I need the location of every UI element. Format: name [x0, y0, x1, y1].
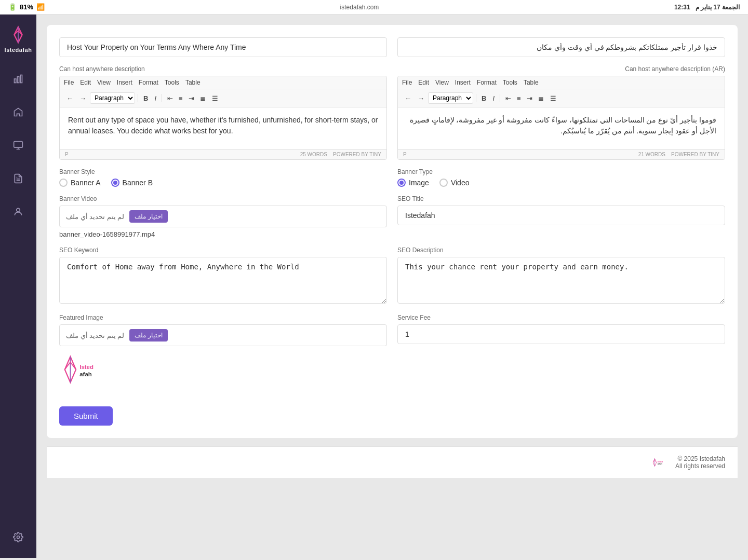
align-left-button[interactable]: ⇤	[165, 93, 176, 104]
menu-tools[interactable]: Tools	[165, 79, 179, 86]
banner-a-option[interactable]: Banner A	[59, 179, 101, 187]
ar-align-right-button[interactable]: ⇥	[524, 93, 535, 104]
seo-title-label: SEO Title	[397, 195, 725, 202]
banner-row: Banner Style Banner A Banner B Banner Ty	[59, 168, 725, 187]
editor-en-footer: P 25 WORDS POWERED BY TINY	[60, 149, 386, 159]
description-ar-container: Can host anywhere description (AR) File …	[397, 65, 725, 160]
italic-button[interactable]: I	[152, 93, 159, 104]
editor-en-menu-bar: File Edit View Insert Format Tools Table	[60, 76, 386, 89]
description-editors-row: Can host anywhere description File Edit …	[59, 65, 725, 160]
align-justify-button[interactable]: ≣	[197, 93, 208, 104]
sidebar-item-home[interactable]	[8, 102, 29, 122]
ar-list-button[interactable]: ☰	[547, 93, 559, 104]
status-date: الجمعة 17 يناير م	[696, 4, 740, 11]
home-bar-container	[0, 558, 748, 560]
ar-menu-insert[interactable]: Insert	[455, 79, 471, 86]
sidebar-item-analytics[interactable]	[8, 69, 29, 89]
sidebar-item-display[interactable]	[8, 135, 29, 156]
ar-align-group: ⇤ ≡ ⇥ ≣	[503, 93, 546, 104]
editor-en-paragraph-tag: P	[65, 152, 69, 157]
menu-edit[interactable]: Edit	[80, 79, 91, 86]
banner-video-option[interactable]: Video	[439, 179, 470, 187]
status-time: 12:31	[674, 4, 690, 11]
menu-insert[interactable]: Insert	[117, 79, 132, 86]
editor-ar-toolbar: ← → Paragraph B I ⇤	[398, 89, 725, 107]
hero-title-en-input[interactable]	[59, 37, 387, 57]
paragraph-select[interactable]: Paragraph	[90, 92, 135, 104]
editor-ar-menu-bar: File Edit View Insert Format Tools Table	[398, 76, 725, 89]
hero-title-ar-input[interactable]	[397, 37, 725, 57]
battery-level: 81%	[20, 3, 33, 11]
menu-format[interactable]: Format	[139, 79, 158, 86]
sidebar: Istedafah	[0, 15, 36, 558]
ar-menu-format[interactable]: Format	[477, 79, 497, 86]
banner-type-container: Banner Type Image Video	[397, 168, 725, 187]
menu-view[interactable]: View	[97, 79, 111, 86]
ar-italic-button[interactable]: I	[490, 93, 497, 104]
footer-rights: All rights reserved	[675, 462, 725, 470]
sidebar-item-users[interactable]	[8, 201, 29, 222]
banner-image-option[interactable]: Image	[397, 179, 429, 187]
ar-undo-button[interactable]: ←	[402, 93, 414, 104]
seo-description-textarea[interactable]: This your chance rent your property and …	[397, 257, 725, 304]
bold-button[interactable]: B	[141, 93, 151, 104]
sidebar-item-documents[interactable]	[8, 168, 29, 189]
seo-description-container: SEO Description This your chance rent yo…	[397, 247, 725, 306]
undo-button[interactable]: ←	[64, 93, 76, 104]
list-button[interactable]: ☰	[209, 93, 221, 104]
ar-align-justify-button[interactable]: ≣	[536, 93, 546, 104]
svg-rect-4	[20, 75, 22, 83]
seo-keyword-textarea[interactable]: Comfort of Home away from Home, Anywhere…	[59, 257, 387, 304]
submit-button[interactable]: Submit	[59, 406, 113, 426]
banner-type-radio-group: Image Video	[397, 179, 725, 187]
ar-menu-tools[interactable]: Tools	[503, 79, 517, 86]
banner-video-radio[interactable]	[439, 179, 448, 187]
seo-title-input[interactable]	[397, 206, 725, 225]
menu-table[interactable]: Table	[185, 79, 201, 86]
ar-menu-edit[interactable]: Edit	[418, 79, 429, 86]
featured-image-label: Featured Image	[59, 314, 387, 321]
editor-ar-footer: P 21 WORDS POWERED BY TINY	[398, 149, 725, 159]
banner-video-no-file: لم يتم تحديد أي ملف	[66, 213, 124, 221]
ar-toolbar-separator-1	[476, 94, 476, 102]
featured-image-file-input: لم يتم تحديد أي ملف اختيار ملف	[59, 324, 387, 346]
ar-menu-table[interactable]: Table	[524, 79, 539, 86]
sidebar-logo-text: Istedafah	[5, 47, 32, 53]
menu-file[interactable]: File	[64, 79, 74, 86]
featured-image-choose-button[interactable]: اختيار ملف	[129, 329, 167, 342]
banner-video-seo-row: Banner Video لم يتم تحديد أي ملف اختيار …	[59, 195, 725, 238]
banner-video-label: Banner Video	[59, 195, 387, 202]
banner-b-radio[interactable]	[111, 179, 119, 187]
align-right-button[interactable]: ⇥	[186, 93, 197, 104]
align-center-button[interactable]: ≡	[176, 93, 185, 104]
banner-video-choose-button[interactable]: اختيار ملف	[129, 210, 167, 223]
banner-image-radio[interactable]	[397, 179, 406, 187]
ar-align-left-button[interactable]: ⇤	[503, 93, 514, 104]
status-bar-datetime: 12:31 الجمعة 17 يناير م	[674, 4, 740, 11]
service-fee-label: Service Fee	[397, 314, 725, 321]
ar-menu-view[interactable]: View	[435, 79, 449, 86]
main-content: Can host anywhere description File Edit …	[36, 15, 748, 558]
footer-inner: Isted afah © 2025 Istedafah All rights r…	[59, 455, 725, 470]
banner-b-label: Banner B	[123, 179, 153, 187]
seo-keyword-label: SEO Keyword	[59, 247, 387, 254]
description-en-content[interactable]: Rent out any type of space you have, whe…	[60, 107, 386, 149]
ar-bold-button[interactable]: B	[479, 93, 489, 104]
ar-paragraph-select[interactable]: Paragraph	[428, 92, 473, 104]
hero-title-ar-container	[397, 37, 725, 57]
ar-align-center-button[interactable]: ≡	[514, 93, 524, 104]
ar-redo-button[interactable]: →	[415, 93, 427, 104]
ar-menu-file[interactable]: File	[402, 79, 412, 86]
submit-container: Submit	[59, 401, 725, 426]
sidebar-item-settings[interactable]	[8, 527, 29, 548]
description-ar-content[interactable]: قوموا بتأجير أيّ نوع من المساحات التي تم…	[398, 107, 725, 149]
service-fee-input[interactable]	[397, 324, 725, 344]
banner-image-label: Image	[409, 179, 429, 187]
banner-a-radio[interactable]	[59, 179, 68, 187]
redo-button[interactable]: →	[77, 93, 89, 104]
svg-text:afah: afah	[658, 462, 662, 465]
featured-image-service-fee-row: Featured Image لم يتم تحديد أي ملف اختيا…	[59, 314, 725, 393]
banner-b-option[interactable]: Banner B	[111, 179, 153, 187]
undo-redo-group: ← →	[64, 93, 89, 104]
editor-ar-word-count: 21 WORDS POWERED BY TINY	[638, 152, 719, 157]
